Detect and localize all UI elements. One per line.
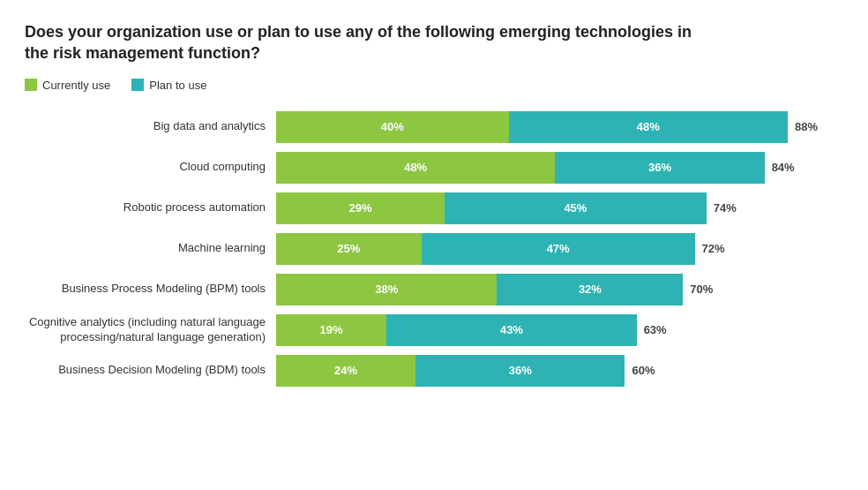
total-label: 74% [714, 201, 737, 215]
total-label: 60% [632, 364, 655, 377]
total-label: 84% [772, 161, 795, 174]
total-label: 70% [690, 283, 713, 296]
bar-row: Business Process Modeling (BPM) tools38%… [25, 274, 843, 305]
row-label: Business Process Modeling (BPM) tools [25, 282, 276, 297]
currently-segment: 24% [276, 355, 415, 387]
plan-label: Plan to use [149, 79, 206, 92]
plan-segment: 47% [422, 233, 695, 265]
plan-segment: 43% [386, 314, 636, 346]
bar-row: Business Decision Modeling (BDM) tools24… [25, 355, 843, 387]
plan-segment: 36% [555, 152, 764, 184]
plan-segment: 36% [415, 355, 625, 387]
currently-swatch [25, 79, 37, 91]
total-label: 72% [702, 242, 725, 255]
plan-segment: 45% [445, 192, 707, 224]
legend-currently: Currently use [25, 79, 110, 92]
legend: Currently use Plan to use [25, 79, 843, 92]
currently-segment: 38% [276, 274, 497, 305]
bar-row: Cloud computing48%36%84% [25, 152, 843, 184]
row-label: Cognitive analytics (including natural l… [25, 315, 276, 345]
bar-container: 38%32%70% [276, 274, 843, 305]
bar-container: 24%36%60% [276, 355, 843, 387]
currently-segment: 48% [276, 152, 555, 184]
row-label: Business Decision Modeling (BDM) tools [25, 363, 276, 378]
bar-container: 29%45%74% [276, 192, 843, 224]
chart-title: Does your organization use or plan to us… [25, 21, 695, 64]
currently-segment: 19% [276, 314, 386, 346]
row-label: Robotic process automation [25, 200, 276, 215]
total-label: 63% [644, 323, 667, 336]
bar-container: 25%47%72% [276, 233, 843, 265]
legend-plan: Plan to use [131, 79, 206, 92]
currently-label: Currently use [42, 79, 110, 92]
bar-container: 40%48%88% [276, 111, 843, 143]
bar-row: Robotic process automation29%45%74% [25, 192, 843, 224]
row-label: Big data and analytics [25, 119, 276, 134]
currently-segment: 40% [276, 111, 509, 143]
bar-row: Big data and analytics40%48%88% [25, 111, 843, 143]
bar-row: Machine learning25%47%72% [25, 233, 843, 265]
total-label: 88% [795, 120, 818, 133]
currently-segment: 29% [276, 192, 445, 224]
chart-area: Big data and analytics40%48%88%Cloud com… [25, 111, 843, 387]
bar-container: 48%36%84% [276, 152, 843, 184]
plan-segment: 32% [497, 274, 683, 305]
row-label: Machine learning [25, 241, 276, 256]
currently-segment: 25% [276, 233, 422, 265]
bar-container: 19%43%63% [276, 314, 843, 346]
bar-row: Cognitive analytics (including natural l… [25, 314, 843, 346]
plan-segment: 48% [509, 111, 788, 143]
row-label: Cloud computing [25, 160, 276, 175]
plan-swatch [131, 79, 144, 91]
